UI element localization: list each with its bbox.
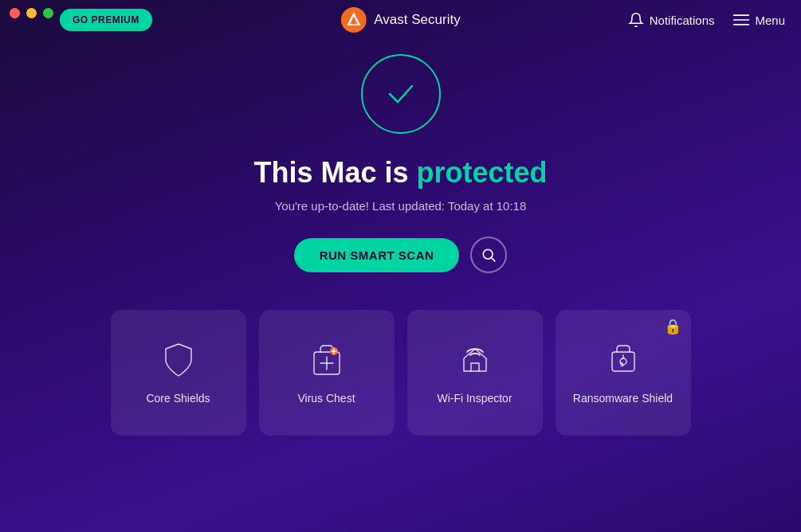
- wifi-inspector-card[interactable]: Wi-Fi Inspector: [407, 310, 543, 436]
- search-button[interactable]: [470, 237, 507, 273]
- core-shields-card[interactable]: Core Shields: [111, 310, 246, 436]
- wifi-inspector-label: Wi-Fi Inspector: [437, 392, 512, 405]
- virus-chest-icon: [308, 341, 346, 379]
- ransomware-shield-card[interactable]: 🔒 $ Ransomware Shield: [556, 310, 691, 436]
- ransomware-shield-label: Ransomware Shield: [573, 392, 673, 405]
- hamburger-icon: [733, 14, 749, 26]
- scan-button[interactable]: RUN SMART SCAN: [294, 238, 460, 272]
- action-buttons: RUN SMART SCAN: [294, 237, 508, 273]
- wifi-home-icon: [456, 341, 494, 379]
- status-heading: This Mac is protected: [253, 156, 547, 190]
- app-title-container: Avast Security: [340, 7, 460, 33]
- status-highlight: protected: [417, 156, 548, 189]
- notifications-label: Notifications: [650, 14, 715, 27]
- status-prefix: This Mac is: [253, 156, 416, 189]
- app-name-label: Avast Security: [374, 12, 460, 28]
- menu-label: Menu: [755, 14, 785, 27]
- bell-icon: [628, 12, 644, 28]
- svg-text:$: $: [620, 361, 624, 368]
- premium-lock-badge: 🔒: [664, 318, 681, 335]
- topbar-right: Notifications Menu: [628, 12, 785, 28]
- core-shields-label: Core Shields: [146, 392, 210, 405]
- premium-button[interactable]: GO PREMIUM: [60, 9, 152, 31]
- avast-logo-icon: [340, 7, 366, 33]
- ransomware-icon: $: [604, 341, 642, 379]
- checkmark-icon: [383, 76, 418, 111]
- virus-chest-card[interactable]: Virus Chest: [259, 310, 395, 436]
- main-content: This Mac is protected You're up-to-date!…: [0, 0, 801, 436]
- svg-point-4: [484, 249, 493, 259]
- virus-chest-label: Virus Chest: [297, 392, 355, 405]
- protected-status-circle: [361, 54, 441, 134]
- feature-cards-grid: Core Shields Virus Chest Wi-F: [47, 310, 755, 436]
- shield-icon: [159, 341, 198, 379]
- topbar: GO PREMIUM Avast Security Notifications …: [0, 0, 801, 40]
- menu-button[interactable]: Menu: [733, 14, 785, 27]
- status-subtext: You're up-to-date! Last updated: Today a…: [275, 199, 527, 213]
- notifications-button[interactable]: Notifications: [628, 12, 715, 28]
- search-icon: [481, 247, 497, 263]
- svg-line-5: [492, 258, 496, 262]
